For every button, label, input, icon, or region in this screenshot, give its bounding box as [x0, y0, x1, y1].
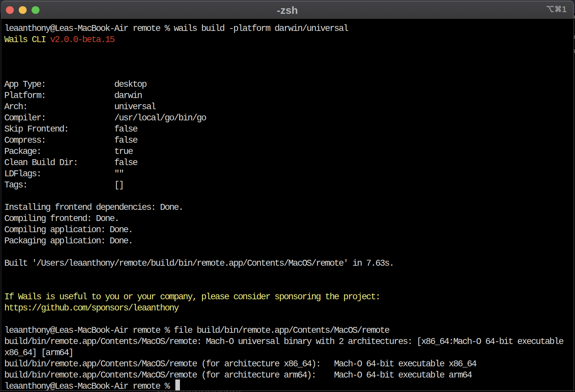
svg-text:1: 1	[562, 4, 566, 14]
